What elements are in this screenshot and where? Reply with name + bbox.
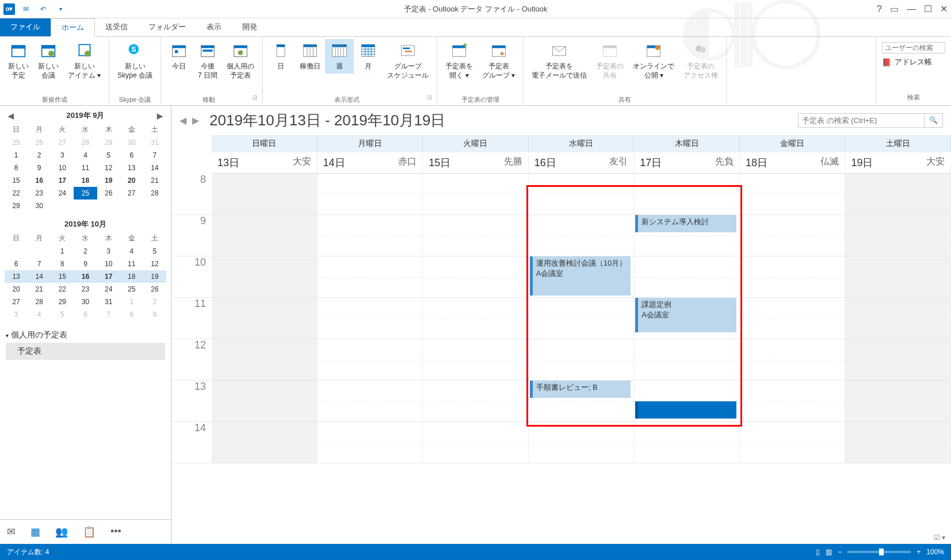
time-cell[interactable]: [845, 298, 951, 339]
mini-day[interactable]: 30: [74, 296, 97, 308]
mini-day[interactable]: 29: [5, 200, 28, 212]
mini-day[interactable]: 1: [51, 245, 74, 258]
mini-day[interactable]: 2: [28, 149, 51, 162]
time-cell[interactable]: [634, 339, 740, 380]
new-meeting-button[interactable]: 新しい 会議: [33, 39, 63, 82]
mini-day[interactable]: 12: [143, 258, 166, 270]
mini-day[interactable]: 16: [74, 270, 97, 283]
mini-day[interactable]: 20: [5, 283, 28, 296]
time-cell[interactable]: [740, 256, 846, 297]
mini-day[interactable]: 30: [120, 136, 143, 149]
time-cell[interactable]: [845, 256, 951, 297]
mini-day[interactable]: 14: [143, 162, 166, 174]
tasks-peek-icon[interactable]: ☑ ▾: [934, 534, 945, 542]
mini-day[interactable]: 28: [28, 296, 51, 308]
mini-day[interactable]: 6: [74, 308, 97, 321]
maximize-icon[interactable]: ☐: [924, 3, 932, 14]
mail-nav-icon[interactable]: ✉: [7, 526, 16, 538]
mini-day[interactable]: 19: [97, 174, 120, 187]
time-cell[interactable]: [845, 422, 951, 463]
time-cell[interactable]: [212, 422, 318, 463]
date-cell[interactable]: 15日先勝: [423, 152, 529, 174]
time-cell[interactable]: [845, 215, 951, 256]
calendar-search-input[interactable]: [798, 113, 925, 128]
mini-day[interactable]: 3: [51, 149, 74, 162]
mini-day[interactable]: 18: [120, 270, 143, 283]
time-cell[interactable]: [212, 256, 318, 297]
time-cell[interactable]: [845, 381, 951, 421]
tab-home[interactable]: ホーム: [51, 18, 95, 37]
tab-folder[interactable]: フォルダー: [138, 18, 196, 36]
mini-day[interactable]: 8: [5, 162, 28, 174]
mini-day[interactable]: 15: [5, 174, 28, 187]
help-icon[interactable]: ?: [877, 4, 882, 14]
mini-day[interactable]: 5: [97, 149, 120, 162]
mini-day[interactable]: 23: [28, 187, 51, 200]
zoom-in-icon[interactable]: +: [916, 548, 921, 556]
time-cell[interactable]: [423, 298, 529, 339]
time-cell[interactable]: [423, 422, 529, 463]
mini-day[interactable]: 25: [74, 187, 97, 200]
date-cell[interactable]: 14日赤口: [318, 152, 423, 174]
mini-day[interactable]: 29: [51, 296, 74, 308]
ribbon-options-icon[interactable]: ▭: [890, 3, 899, 14]
mini-day[interactable]: 25: [120, 283, 143, 296]
mini-day[interactable]: 22: [51, 283, 74, 296]
find-contact-input-row[interactable]: [882, 40, 945, 55]
new-items-button[interactable]: 新しい アイテム ▾: [63, 39, 105, 82]
mini-day[interactable]: 28: [143, 187, 166, 200]
arrange-dialog-launcher[interactable]: ◲: [427, 94, 433, 104]
mini-day[interactable]: 5: [51, 308, 74, 321]
reading-view-icon[interactable]: ▥: [826, 548, 832, 556]
time-cell[interactable]: [423, 381, 529, 421]
mini-day[interactable]: 11: [74, 162, 97, 174]
mini-day[interactable]: 8: [51, 258, 74, 270]
personal-calendar-button[interactable]: 個人用の 予定表: [222, 39, 259, 82]
mini-day[interactable]: 2: [143, 296, 166, 308]
month-view-button[interactable]: 月: [354, 39, 383, 74]
calendar-groups-button[interactable]: 予定表 グループ ▾: [478, 39, 520, 82]
time-cell[interactable]: [318, 298, 423, 339]
time-cell[interactable]: [212, 339, 318, 380]
date-cell[interactable]: 19日大安: [845, 152, 951, 174]
time-cell[interactable]: [318, 256, 423, 297]
mini-day[interactable]: 5: [143, 245, 166, 258]
next-7-days-button[interactable]: 今後 7 日間: [193, 39, 222, 82]
new-skype-meeting-button[interactable]: S新しい Skype 会議: [113, 39, 157, 82]
time-cell[interactable]: [212, 381, 318, 421]
time-cell[interactable]: [634, 422, 740, 463]
mini-day[interactable]: 4: [74, 149, 97, 162]
mini-day[interactable]: 17: [97, 270, 120, 283]
prev-month-icon[interactable]: ◀: [8, 112, 14, 120]
more-nav-icon[interactable]: •••: [110, 526, 121, 538]
time-cell[interactable]: [740, 339, 846, 380]
mini-day[interactable]: 11: [120, 258, 143, 270]
next-week-icon[interactable]: ▶: [192, 115, 199, 126]
mini-day[interactable]: 6: [5, 258, 28, 270]
schedule-view-button[interactable]: グループ スケジュール: [383, 39, 433, 82]
mini-day[interactable]: 6: [120, 149, 143, 162]
mini-day[interactable]: 29: [97, 136, 120, 149]
mini-day[interactable]: 9: [143, 308, 166, 321]
time-cell[interactable]: [529, 422, 635, 463]
qat-send-receive-icon[interactable]: ✉: [20, 3, 32, 16]
time-cell[interactable]: [740, 215, 846, 256]
tab-send-receive[interactable]: 送受信: [95, 18, 138, 36]
date-cell[interactable]: 16日友引: [529, 152, 635, 174]
time-cell[interactable]: [529, 298, 635, 339]
prev-week-icon[interactable]: ◀: [179, 115, 186, 126]
week-view-button[interactable]: 週: [325, 39, 354, 74]
date-cell[interactable]: 17日先負: [634, 152, 740, 174]
mini-day[interactable]: 4: [120, 245, 143, 258]
time-cell[interactable]: [634, 174, 740, 214]
mini-day[interactable]: 16: [28, 174, 51, 187]
time-cell[interactable]: [529, 215, 635, 256]
time-cell[interactable]: [740, 422, 846, 463]
work-week-view-button[interactable]: 稼働日: [295, 39, 325, 74]
mini-day[interactable]: 21: [143, 174, 166, 187]
date-cell[interactable]: 18日仏滅: [740, 152, 846, 174]
mini-day[interactable]: 26: [143, 283, 166, 296]
event-new-system[interactable]: 新システム導入検討: [635, 215, 736, 232]
mini-day[interactable]: 27: [5, 296, 28, 308]
mini-day[interactable]: 27: [51, 136, 74, 149]
